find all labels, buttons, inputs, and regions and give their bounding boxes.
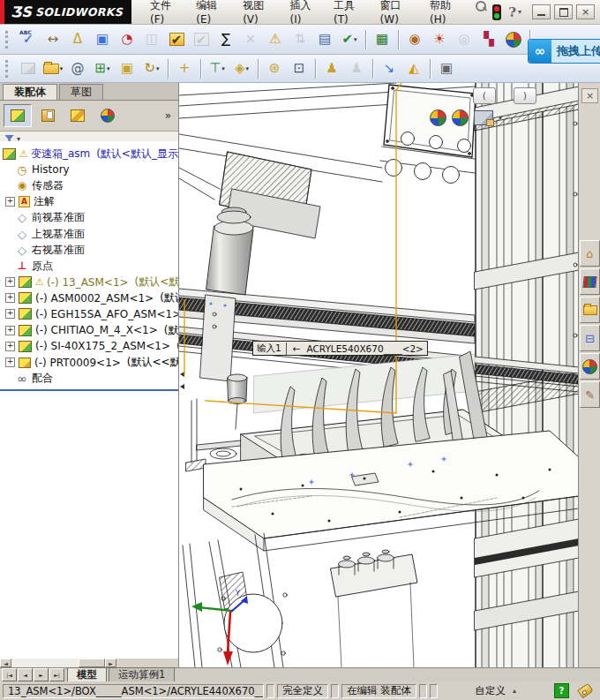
viewport-overlay-button-left[interactable]: ( (473, 87, 496, 104)
search-icon[interactable] (475, 0, 487, 12)
tree-item[interactable]: +(-) CHITIAO_M_4_X<1>(默认 (0, 322, 178, 338)
minimize-button[interactable] (532, 4, 551, 19)
scrollbar-thumb[interactable] (79, 659, 105, 667)
isolate-button[interactable]: ♟ (320, 57, 343, 79)
flyout-dropdown-icon[interactable]: ▾ (499, 114, 502, 122)
spellcheck-button[interactable]: ✓ABC (17, 28, 40, 50)
color-swatch-button[interactable]: ▚ (477, 28, 500, 50)
instant3d-button[interactable]: ↘ (378, 57, 401, 79)
tree-item[interactable]: +(-) ASM0002_ASM<1>(默认<默 (0, 290, 178, 306)
open-component-button[interactable]: ▾ (41, 57, 64, 79)
snapshot-button[interactable]: ▣ (435, 57, 458, 79)
design-checker-button[interactable]: ⚠ (264, 28, 287, 50)
attach-button[interactable]: @ (66, 57, 89, 79)
tree-item[interactable]: ⚠变速箱_asm(默认<默认_显示 (0, 146, 178, 162)
appearances-tab[interactable] (580, 353, 600, 380)
task-pane-close-button[interactable]: × (581, 88, 598, 103)
compare-button[interactable]: ⇅ (289, 28, 311, 50)
expand-toggle[interactable]: + (5, 342, 15, 351)
tree-item[interactable]: ◉传感器 (0, 177, 178, 193)
featuremanager-tab[interactable] (4, 104, 32, 127)
scroll-right-button[interactable]: ► (105, 659, 116, 667)
assembly-features-button[interactable]: ⊤▾ (206, 57, 229, 79)
scrollbar-track[interactable] (11, 659, 79, 667)
statistics-button[interactable]: ◫ (140, 28, 163, 50)
design-library-tab[interactable] (580, 268, 600, 295)
simulation-button[interactable]: ◭ (402, 57, 425, 79)
tree-item[interactable]: +(-) SI-40X175_2_ASM<1>(默 (0, 338, 178, 354)
tree-item[interactable]: +⚠(-) 13_ASM<1>(默认<默认 (0, 275, 178, 290)
tab-model[interactable]: 模型 (67, 667, 107, 681)
appearance-assembly-icon[interactable] (452, 109, 469, 126)
toolbar-grip[interactable] (5, 60, 11, 78)
performance-button[interactable]: ◔ (116, 28, 139, 50)
tab-motion-study[interactable]: 运动算例1 (109, 667, 175, 681)
design-table-button[interactable]: ▦ (371, 28, 394, 50)
tree-item[interactable]: +A注解 (0, 194, 178, 210)
tree-item[interactable]: ◇上视基准面 (0, 226, 178, 242)
measure-button[interactable]: ↔ (41, 28, 64, 50)
expand-toggle[interactable]: + (5, 197, 15, 207)
scroll-left-button[interactable]: ◄ (0, 659, 11, 667)
tree-item[interactable]: ◷History (0, 162, 178, 177)
toolbar-grip[interactable] (5, 31, 11, 49)
help-button[interactable]: ? (508, 4, 516, 20)
preview-button[interactable]: ◉ (403, 28, 426, 50)
first-study-button[interactable]: |◄ (2, 668, 17, 681)
appearance-icon[interactable] (430, 109, 446, 126)
tree-splitter[interactable] (0, 389, 178, 391)
next-study-button[interactable]: ► (34, 668, 49, 681)
tab-sketch[interactable]: 草图 (59, 84, 103, 100)
tree-item[interactable]: ◇右视基准面 (0, 242, 178, 258)
pane-overflow-button[interactable]: » (165, 109, 175, 122)
photoview-button[interactable]: ☀ (428, 28, 451, 50)
smart-fasteners-button[interactable]: ▣ (116, 57, 139, 79)
appearance-sphere-button[interactable] (502, 28, 525, 50)
expand-toggle[interactable]: + (5, 358, 15, 367)
import-diagnostics-button[interactable]: × (239, 28, 262, 50)
help-dropdown-icon[interactable]: ▾ (518, 8, 521, 16)
file-explorer-tab[interactable] (580, 297, 600, 323)
quick-tips-button[interactable]: ? (554, 683, 569, 698)
configurationmanager-tab[interactable] (64, 104, 92, 127)
close-button[interactable]: × (576, 4, 595, 19)
verification-button[interactable]: ✔▾ (338, 28, 361, 50)
isolate-alt-button[interactable]: ♟ (345, 57, 368, 79)
move-with-triad-button[interactable]: + (173, 57, 196, 79)
check-active-button[interactable]: ✔ (165, 28, 188, 50)
tree-item[interactable]: ◇前视基准面 (0, 210, 178, 226)
check-inactive-button[interactable]: ✔ (190, 28, 213, 50)
tag-icon[interactable] (577, 683, 594, 699)
tab-assembly[interactable]: 装配体 (3, 84, 57, 100)
view-palette-tab[interactable]: ⊟ (580, 325, 600, 351)
graphics-viewport[interactable]: Y 输入1 ← ACRYLE540X670____<2> ( ) ▾ (179, 83, 578, 667)
insert-component-button[interactable] (17, 57, 40, 79)
viewport-overlay-button-right[interactable]: ) (514, 87, 536, 104)
reference-sketch-button[interactable]: ◈▾ (230, 57, 253, 79)
restore-button[interactable] (554, 4, 573, 19)
circle-check-button[interactable]: ◎ (453, 28, 476, 50)
tree-item[interactable]: ∞配合 (0, 371, 178, 387)
last-study-button[interactable]: ►| (49, 668, 64, 681)
mate-button[interactable]: ⊞▾ (91, 57, 114, 79)
cloud-upload-button[interactable]: ∞ 拖拽上传 (528, 39, 600, 64)
gear-mate-button[interactable]: ⊛ (263, 57, 286, 79)
tree-item[interactable]: ⊥原点 (0, 258, 178, 274)
resources-tab[interactable]: ⌂ (580, 240, 600, 267)
tree-horizontal-scrollbar[interactable]: ◄ ► (0, 659, 178, 667)
expand-toggle[interactable]: + (5, 326, 15, 335)
equations-button[interactable]: ∑ (214, 28, 237, 50)
rotate-component-button[interactable]: ↻▾ (140, 57, 163, 79)
tree-item[interactable]: +(-) EGH15SA_AFO_ASM<1>(默 (0, 306, 178, 322)
tree-item[interactable]: +(-) PRT0009<1>(默认<<默认 (0, 354, 178, 370)
expand-toggle[interactable]: + (5, 309, 15, 319)
previous-study-button[interactable]: ◄ (18, 668, 33, 681)
mass-properties-button[interactable]: Δ (66, 28, 89, 50)
scene-icon[interactable] (474, 110, 493, 125)
custom-toolbar-dropdown[interactable]: 自定义 ▴ (440, 684, 551, 698)
propertymanager-tab[interactable] (34, 104, 62, 127)
compare-documents-button[interactable]: ▤ (313, 28, 336, 50)
section-properties-button[interactable]: ▣ (91, 28, 114, 50)
expand-toggle[interactable]: + (5, 277, 15, 287)
custom-properties-tab[interactable]: ✎ (580, 381, 600, 408)
